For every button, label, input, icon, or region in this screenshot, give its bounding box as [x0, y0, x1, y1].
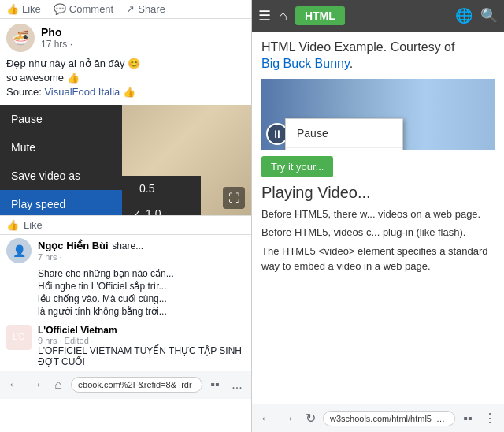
w3-content: HTML Video Example. Courtesy of Big Buck…: [252, 32, 504, 404]
ctx-pause[interactable]: Pause: [0, 105, 122, 133]
comment-text-2: Hồi nghe tin L'Officiel sắp trìr...: [6, 281, 245, 293]
menu-icon[interactable]: ☰: [258, 7, 271, 24]
avatar: 🍜: [6, 24, 35, 52]
w3-tabs-icon[interactable]: ▪▪: [458, 409, 477, 428]
post-text: Đẹp như này ai nở ăn đây 😊 so awesome 👍 …: [0, 57, 251, 105]
comment-name: Ngọc Hiền Bùi: [38, 240, 109, 251]
comment-item: 👤 Ngọc Hiền Bùi share... 7 hrs ·: [6, 238, 245, 263]
like-button[interactable]: 👍 Like: [6, 3, 41, 15]
comment-text-1: Share cho những bạn nào cần...: [6, 268, 245, 281]
r-ctx-pause[interactable]: Pause: [286, 119, 402, 148]
comment-time: 7 hrs ·: [38, 252, 245, 262]
fb-comments: 👤 Ngọc Hiền Bùi share... 7 hrs · Share c…: [0, 235, 251, 322]
thumb-icon: 👍: [6, 3, 19, 15]
fb-url-bar[interactable]: ebook.com%2F&refid=8&_rdr: [71, 377, 202, 393]
search-icon-w3[interactable]: 🔍: [480, 7, 498, 24]
lofficiel-text: L'OFFICIEL VIETNAM TUYẾN THỰC TẬP SINH Đ…: [38, 345, 245, 367]
lofficiel-avatar: L'O: [6, 325, 32, 350]
w3-back-icon[interactable]: ←: [257, 409, 276, 428]
source-link[interactable]: VisualFood Italia: [44, 86, 120, 98]
post-header: 🍜 Pho 17 hrs ·: [0, 19, 251, 57]
fb-top-bar: 👍 Like 💬 Comment ↗ Share: [0, 0, 251, 19]
section-title: Playing Video...: [261, 184, 495, 202]
paragraph-2: Before HTML5, videos c... plug-in (like …: [261, 225, 495, 240]
w3-top-bar: ☰ ⌂ HTML 🌐 🔍: [252, 0, 504, 32]
comment-action: share...: [112, 240, 143, 251]
page-title: HTML Video Example. Courtesy of Big Buck…: [261, 39, 495, 73]
context-menu-left: Pause Mute Save video as Play speed: [0, 105, 122, 215]
big-buck-bunny-link[interactable]: Big Buck Bunny: [261, 57, 350, 70]
fb-bottom-nav: ← → ⌂ ebook.com%2F&refid=8&_rdr ▪▪ ...: [0, 371, 251, 399]
more-icon[interactable]: ...: [228, 375, 246, 394]
html-tab[interactable]: HTML: [295, 6, 345, 25]
context-menu-right: Pause Mute Save video as Play spe...: [285, 118, 403, 150]
comment-button[interactable]: 💬 Comment: [54, 3, 113, 15]
tabs-icon[interactable]: ▪▪: [206, 375, 224, 394]
ctx-play-speed[interactable]: Play speed: [0, 190, 122, 215]
paragraph-3: The HTML5 <video> element specifies a st…: [261, 244, 495, 274]
share-button[interactable]: ↗ Share: [126, 3, 165, 15]
fb-video-area: Pause Mute Save video as Play speed 0.5 …: [0, 105, 251, 215]
try-it-button[interactable]: Try it your...: [261, 156, 333, 177]
comment-text-3: lều chống vào. Mà cuối cùng...: [6, 293, 245, 306]
post-meta: Pho 17 hrs ·: [41, 26, 245, 50]
speed-1.0[interactable]: 1.0: [122, 201, 201, 215]
w3-forward-icon[interactable]: →: [279, 409, 298, 428]
home-icon-w3[interactable]: ⌂: [279, 8, 287, 24]
left-panel: 👍 Like 💬 Comment ↗ Share 🍜 Pho 17 hrs · …: [0, 0, 252, 432]
forward-icon[interactable]: →: [27, 375, 46, 394]
globe-icon[interactable]: 🌐: [455, 7, 472, 24]
ctx-save-video[interactable]: Save video as: [0, 162, 122, 190]
w3-more-icon[interactable]: ⋮: [480, 409, 499, 428]
speed-submenu-left: 0.5 1.0 1.5 2.0 4.0 8.0: [122, 176, 201, 215]
post-author: Pho: [41, 26, 245, 39]
lofficiel-name: L'Officiel Vietnam: [38, 325, 245, 336]
like-icon-small: 👍: [6, 219, 19, 231]
share-icon: ↗: [126, 3, 135, 15]
comment-text-4: là người tính không bằng trời...: [6, 306, 245, 318]
comment-icon: 💬: [54, 3, 66, 15]
back-icon[interactable]: ←: [5, 375, 24, 394]
paragraph-1: Before HTML5, there w... videos on a web…: [261, 207, 495, 222]
w3-url-bar[interactable]: w3schools.com/html/html5_video.as: [323, 411, 455, 426]
lofficiel-body: L'Officiel Vietnam 9 hrs · Edited · L'OF…: [38, 325, 245, 367]
lofficiel-time: 9 hrs · Edited ·: [38, 336, 245, 345]
w3-video-area: ⏸ 0:3 Pause Mute Save video as Play spe.…: [261, 79, 495, 150]
fb-like-bar: 👍 Like: [0, 215, 251, 235]
r-ctx-mute[interactable]: Mute: [286, 148, 402, 150]
w3-bottom-nav: ← → ↻ w3schools.com/html/html5_video.as …: [252, 404, 504, 432]
post-time: 17 hrs ·: [41, 39, 245, 50]
w3-refresh-icon[interactable]: ↻: [301, 409, 320, 428]
lofficiel-post: L'O L'Officiel Vietnam 9 hrs · Edited · …: [0, 322, 251, 371]
fullscreen-button[interactable]: ⛶: [223, 187, 245, 209]
right-panel: ☰ ⌂ HTML 🌐 🔍 HTML Video Example. Courtes…: [252, 0, 504, 432]
speed-0.5[interactable]: 0.5: [122, 176, 201, 201]
comment-body: Ngọc Hiền Bùi share... 7 hrs ·: [38, 238, 245, 263]
comment-avatar: 👤: [6, 238, 32, 263]
home-icon-fb[interactable]: ⌂: [49, 375, 68, 394]
ctx-mute[interactable]: Mute: [0, 133, 122, 162]
